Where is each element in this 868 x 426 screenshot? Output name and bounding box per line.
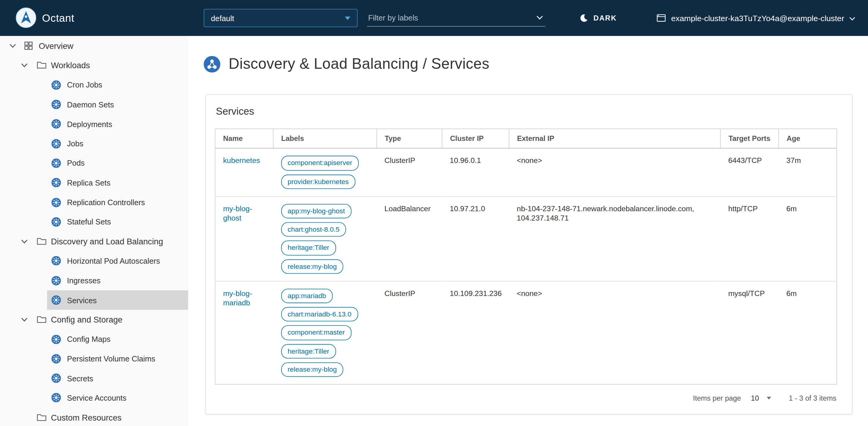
label-filter xyxy=(367,9,545,27)
sidebar: Overview Workloads Cron Jobs Daemon Sets… xyxy=(0,36,189,426)
app-header: Octant default DARK example-cluster-ka3T… xyxy=(0,0,868,36)
overview-icon xyxy=(24,41,33,50)
sidebar-item-label: Daemon Sets xyxy=(67,100,114,109)
service-link[interactable]: my-blog-ghost xyxy=(223,204,252,222)
window-icon xyxy=(657,14,666,22)
cell-age: 37m xyxy=(778,148,837,196)
sidebar-item-label: Deployments xyxy=(67,119,112,128)
pagination-range: 1 - 3 of 3 items xyxy=(789,394,836,402)
sidebar-item-horizontal-pod-autoscalers[interactable]: Horizontal Pod Autoscalers xyxy=(47,251,188,271)
sidebar-item-jobs[interactable]: Jobs xyxy=(47,134,188,153)
sidebar-item-overview[interactable]: Overview xyxy=(5,36,188,56)
label-pill[interactable]: heritage:Tiller xyxy=(281,344,336,359)
column-header-type: Type xyxy=(377,129,442,148)
label-pill[interactable]: chart:ghost-8.0.5 xyxy=(281,222,346,237)
service-link[interactable]: my-blog-mariadb xyxy=(223,289,252,307)
column-header-external-ip: External IP xyxy=(509,129,721,148)
label-pill[interactable]: provider:kubernetes xyxy=(281,174,355,189)
sidebar-section-config-and-storage[interactable]: Config and Storage xyxy=(17,310,188,330)
chevron-down-icon[interactable] xyxy=(536,16,543,20)
label-pill[interactable]: component:apiserver xyxy=(281,156,359,170)
namespace-dropdown[interactable]: default xyxy=(204,9,358,27)
label-pill[interactable]: heritage:Tiller xyxy=(281,241,336,255)
theme-toggle-button[interactable]: DARK xyxy=(579,0,617,36)
sidebar-item-label: Jobs xyxy=(67,139,83,148)
chevron-down-icon xyxy=(9,44,16,48)
items-per-page-value: 10 xyxy=(751,394,759,402)
sidebar-item-service-accounts[interactable]: Service Accounts xyxy=(47,388,188,407)
label-pill[interactable]: release:my-blog xyxy=(281,362,343,377)
sidebar-item-label: Service Accounts xyxy=(67,393,126,402)
cell-type: LoadBalancer xyxy=(377,196,442,281)
sidebar-section-label: Discovery and Load Balancing xyxy=(51,236,163,246)
octant-logo-icon[interactable] xyxy=(16,7,36,28)
chevron-down-icon xyxy=(21,239,28,244)
ingresses-icon xyxy=(52,276,61,285)
stateful-sets-icon xyxy=(52,217,61,227)
sidebar-section-label: Config and Storage xyxy=(51,315,122,324)
cell-target-ports: 6443/TCP xyxy=(721,148,779,196)
service-accounts-icon xyxy=(52,393,61,402)
cron-jobs-icon xyxy=(52,80,61,90)
table-row: my-blog-ghost app:my-blog-ghost chart:gh… xyxy=(215,196,837,281)
sidebar-item-ingresses[interactable]: Ingresses xyxy=(47,271,188,290)
label-pill[interactable]: component:master xyxy=(281,325,351,340)
cell-type: ClusterIP xyxy=(377,281,442,385)
sidebar-item-label: Persistent Volume Claims xyxy=(67,354,155,363)
jobs-icon xyxy=(52,139,61,148)
sidebar-section-custom-resources[interactable]: Custom Resources xyxy=(17,407,188,426)
label-pill[interactable]: release:my-blog xyxy=(281,259,343,274)
cell-cluster-ip: 10.97.21.0 xyxy=(442,196,509,281)
services-icon xyxy=(52,295,61,305)
moon-icon xyxy=(579,13,588,23)
horizontal-pod-autoscalers-icon xyxy=(52,256,61,265)
cell-cluster-ip: 10.109.231.236 xyxy=(442,281,509,385)
sidebar-item-label: Replica Sets xyxy=(67,178,110,187)
column-header-target-ports: Target Ports xyxy=(721,129,779,148)
cell-external-ip: <none> xyxy=(509,148,721,196)
sidebar-item-daemon-sets[interactable]: Daemon Sets xyxy=(47,95,188,114)
cell-target-ports: mysql/TCP xyxy=(721,281,779,385)
sidebar-section-workloads[interactable]: Workloads xyxy=(17,56,188,75)
sidebar-item-services[interactable]: Services xyxy=(47,290,188,310)
folder-icon xyxy=(36,316,46,324)
label-pill[interactable]: app:my-blog-ghost xyxy=(281,204,351,218)
folder-icon xyxy=(36,237,46,246)
cell-cluster-ip: 10.96.0.1 xyxy=(442,148,509,196)
service-link[interactable]: kubernetes xyxy=(223,156,260,165)
sidebar-item-stateful-sets[interactable]: Stateful Sets xyxy=(47,212,188,232)
theme-toggle-label: DARK xyxy=(593,14,617,22)
cell-external-ip: <none> xyxy=(509,281,721,385)
label-pill[interactable]: app:mariadb xyxy=(281,288,333,303)
sidebar-section-discovery-and-load-balancing[interactable]: Discovery and Load Balancing xyxy=(17,232,188,251)
sidebar-section-label: Custom Resources xyxy=(51,413,121,422)
deployments-icon xyxy=(52,119,61,129)
sidebar-item-label: Services xyxy=(67,296,97,305)
chevron-down-icon xyxy=(767,396,771,399)
cell-labels: app:mariadb chart:mariadb-6.13.0 compone… xyxy=(273,281,376,385)
sidebar-item-persistent-volume-claims[interactable]: Persistent Volume Claims xyxy=(47,349,188,369)
sidebar-item-label: Config Maps xyxy=(67,335,110,344)
sidebar-item-label: Stateful Sets xyxy=(67,218,111,226)
sidebar-item-pods[interactable]: Pods xyxy=(47,153,188,173)
cell-labels: component:apiserver provider:kubernetes xyxy=(273,148,376,196)
sidebar-item-cron-jobs[interactable]: Cron Jobs xyxy=(47,75,188,95)
sidebar-item-deployments[interactable]: Deployments xyxy=(47,114,188,134)
secrets-icon xyxy=(52,373,61,383)
persistent-volume-claims-icon xyxy=(52,354,61,363)
label-pill[interactable]: chart:mariadb-6.13.0 xyxy=(281,307,358,322)
sidebar-item-config-maps[interactable]: Config Maps xyxy=(47,330,188,349)
label-filter-input[interactable] xyxy=(367,13,536,22)
sidebar-item-replication-controllers[interactable]: Replication Controllers xyxy=(47,193,188,212)
octant-app: Octant default DARK example-cluster-ka3T… xyxy=(0,0,868,426)
sidebar-item-label: Ingresses xyxy=(67,276,100,285)
context-selector[interactable]: example-cluster-ka3TuTzYo4a@example-clus… xyxy=(657,0,855,36)
sidebar-item-secrets[interactable]: Secrets xyxy=(47,369,188,388)
items-per-page-label: Items per page xyxy=(693,394,741,402)
chevron-down-icon xyxy=(849,17,855,21)
namespace-value: default xyxy=(211,13,234,22)
sidebar-item-replica-sets[interactable]: Replica Sets xyxy=(47,173,188,193)
items-per-page-select[interactable]: 10 xyxy=(751,394,771,402)
services-page-icon xyxy=(204,56,220,73)
table-row: kubernetes component:apiserver provider:… xyxy=(215,148,837,196)
